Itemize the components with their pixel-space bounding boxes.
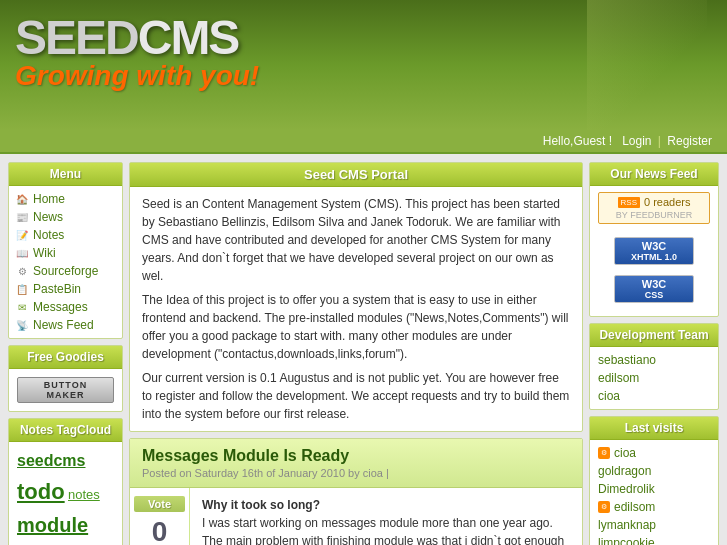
menu-item-news[interactable]: 📰 News — [9, 208, 122, 226]
portal-paragraph-2: The Idea of this project is to offer you… — [142, 291, 570, 363]
main-wrapper: Menu 🏠 Home 📰 News 📝 Notes 📖 Wiki — [0, 154, 727, 545]
menu-link-news[interactable]: News — [33, 210, 63, 224]
menu-item-messages[interactable]: ✉ Messages — [9, 298, 122, 316]
dev-list: sebastiano edilsom cioa — [590, 347, 718, 409]
dev-link-sebastiano[interactable]: sebastiano — [598, 353, 656, 367]
newsfeed-box: Our News Feed RSS 0 readers BY FEEDBURNE… — [589, 162, 719, 317]
nav-separator: | — [658, 134, 661, 148]
header: SEEDCMS Growing with you! — [0, 0, 727, 130]
wiki-icon: 📖 — [15, 246, 29, 260]
vote-box: Vote 0 — [130, 488, 190, 545]
logo-cms: CMS — [138, 11, 239, 64]
vote-label: Vote — [134, 496, 185, 512]
devteam-box: Development Team sebastiano edilsom cioa — [589, 323, 719, 410]
article-intro-title: Why it took so long? — [202, 498, 320, 512]
menu-title: Menu — [9, 163, 122, 186]
article-box: Messages Module Is Ready Posted on Satur… — [129, 438, 583, 545]
menu-item-sourceforge[interactable]: ⚙ Sourceforge — [9, 262, 122, 280]
visitor-icon-cioa: ⚙ — [598, 447, 610, 459]
w3c-badges: W3C XHTML 1.0 W3C CSS — [598, 230, 710, 310]
menu-link-wiki[interactable]: Wiki — [33, 246, 56, 260]
visitor-link-limpcookie[interactable]: limpcookie — [598, 536, 655, 545]
pastebin-icon: 📋 — [15, 282, 29, 296]
visitor-edilsom[interactable]: ⚙ edilsom — [590, 498, 718, 516]
visitor-lymanknap[interactable]: lymanknap — [590, 516, 718, 534]
dev-member-edilsom[interactable]: edilsom — [590, 369, 718, 387]
menu-link-sourceforge[interactable]: Sourceforge — [33, 264, 98, 278]
news-icon: 📰 — [15, 210, 29, 224]
feedburner-count: RSS 0 readers — [602, 196, 706, 208]
tagcloud-title: Notes TagCloud — [9, 419, 122, 442]
newsfeed-icon: 📡 — [15, 318, 29, 332]
visitor-dimedrolik[interactable]: Dimedrolik — [590, 480, 718, 498]
menu-item-pastebin[interactable]: 📋 PasteBin — [9, 280, 122, 298]
goodies-box: Free Goodies BUTTON MAKER — [8, 345, 123, 412]
feedburner-widget: RSS 0 readers BY FEEDBURNER — [598, 192, 710, 224]
menu-list: 🏠 Home 📰 News 📝 Notes 📖 Wiki ⚙ Sou — [9, 186, 122, 338]
visitor-link-cioa[interactable]: cioa — [614, 446, 636, 460]
menu-item-newsfeed[interactable]: 📡 News Feed — [9, 316, 122, 334]
visitor-link-goldragon[interactable]: goldragon — [598, 464, 651, 478]
sourceforge-icon: ⚙ — [15, 264, 29, 278]
notes-icon: 📝 — [15, 228, 29, 242]
home-icon: 🏠 — [15, 192, 29, 206]
buttonmaker-button[interactable]: BUTTON MAKER — [17, 377, 114, 403]
article-header: Messages Module Is Ready Posted on Satur… — [130, 439, 582, 488]
menu-link-newsfeed[interactable]: News Feed — [33, 318, 94, 332]
article-body: Vote 0 Why it took so long? I was start … — [130, 488, 582, 545]
messages-icon: ✉ — [15, 300, 29, 314]
portal-intro-box: Seed CMS Portal Seed is an Content Manag… — [129, 162, 583, 432]
register-link[interactable]: Register — [667, 134, 712, 148]
devteam-title: Development Team — [590, 324, 718, 347]
visitor-link-dimedrolik[interactable]: Dimedrolik — [598, 482, 655, 496]
menu-link-notes[interactable]: Notes — [33, 228, 64, 242]
left-sidebar: Menu 🏠 Home 📰 News 📝 Notes 📖 Wiki — [8, 162, 123, 545]
tag-todo[interactable]: todo — [17, 479, 65, 504]
w3c-css-badge: W3C CSS — [614, 275, 694, 303]
menu-item-wiki[interactable]: 📖 Wiki — [9, 244, 122, 262]
menu-link-pastebin[interactable]: PasteBin — [33, 282, 81, 296]
article-intro: Why it took so long? I was start working… — [190, 488, 582, 545]
visitor-link-edilsom[interactable]: edilsom — [614, 500, 655, 514]
dev-link-edilsom[interactable]: edilsom — [598, 371, 639, 385]
menu-item-home[interactable]: 🏠 Home — [9, 190, 122, 208]
feedburner-label: BY FEEDBURNER — [602, 210, 706, 220]
feedburner-readers: 0 readers — [644, 196, 690, 208]
visitor-goldragon[interactable]: goldragon — [590, 462, 718, 480]
portal-paragraph-1: Seed is an Content Management System (CM… — [142, 195, 570, 285]
menu-item-notes[interactable]: 📝 Notes — [9, 226, 122, 244]
lastvisits-title: Last visits — [590, 417, 718, 440]
dev-link-cioa[interactable]: cioa — [598, 389, 620, 403]
tagcloud-content: seedcms todo notes module theme ultrasmo… — [9, 442, 122, 545]
tag-seedcms[interactable]: seedcms — [17, 452, 86, 469]
visitor-link-lymanknap[interactable]: lymanknap — [598, 518, 656, 532]
portal-title: Seed CMS Portal — [130, 163, 582, 187]
tag-notes[interactable]: notes — [68, 487, 100, 502]
tag-module[interactable]: module — [17, 514, 88, 536]
visit-list: ⚙ cioa goldragon Dimedrolik ⚙ edilsom ly… — [590, 440, 718, 545]
greeting-text: Hello,Guest ! — [543, 134, 612, 148]
menu-link-messages[interactable]: Messages — [33, 300, 88, 314]
goodies-content: BUTTON MAKER — [9, 369, 122, 411]
visitor-icon-edilsom: ⚙ — [598, 501, 610, 513]
portal-text: Seed is an Content Management System (CM… — [130, 187, 582, 431]
menu-box: Menu 🏠 Home 📰 News 📝 Notes 📖 Wiki — [8, 162, 123, 339]
feedburner-icon: RSS — [618, 197, 640, 208]
visitor-cioa[interactable]: ⚙ cioa — [590, 444, 718, 462]
vote-number: 0 — [134, 516, 185, 545]
login-link[interactable]: Login — [622, 134, 651, 148]
portal-paragraph-3: Our current version is 0.1 Augustus and … — [142, 369, 570, 423]
menu-link-home[interactable]: Home — [33, 192, 65, 206]
top-nav: Hello,Guest ! Login | Register — [0, 130, 727, 154]
article-meta: Posted on Saturday 16th of January 2010 … — [142, 467, 570, 479]
newsfeed-content: RSS 0 readers BY FEEDBURNER W3C XHTML 1.… — [590, 186, 718, 316]
dev-member-cioa[interactable]: cioa — [590, 387, 718, 405]
dev-member-sebastiano[interactable]: sebastiano — [590, 351, 718, 369]
right-sidebar: Our News Feed RSS 0 readers BY FEEDBURNE… — [589, 162, 719, 545]
w3c-xhtml-badge: W3C XHTML 1.0 — [614, 237, 694, 265]
visitor-limpcookie[interactable]: limpcookie — [590, 534, 718, 545]
logo-seed: SEED — [15, 11, 138, 64]
lastvisits-box: Last visits ⚙ cioa goldragon Dimedrolik … — [589, 416, 719, 545]
article-title: Messages Module Is Ready — [142, 447, 570, 465]
tagcloud-box: Notes TagCloud seedcms todo notes module… — [8, 418, 123, 545]
